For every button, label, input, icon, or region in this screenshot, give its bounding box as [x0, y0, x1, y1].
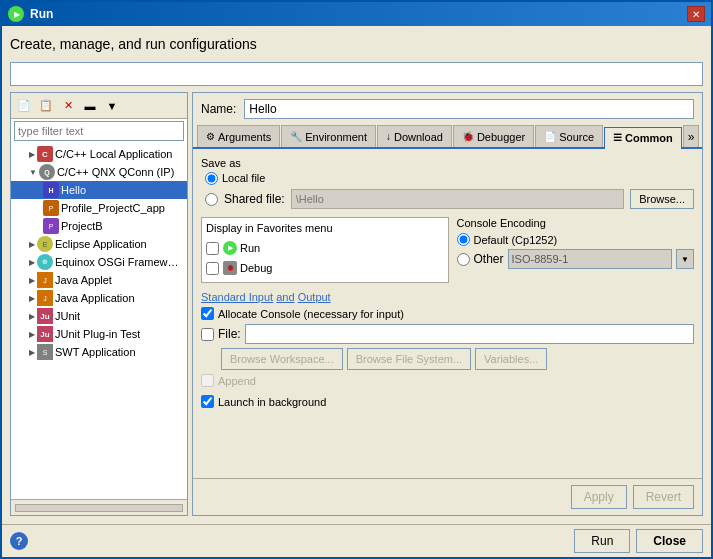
- sidebar-item-label: Java Applet: [55, 274, 112, 286]
- delete-button[interactable]: ✕: [58, 96, 78, 116]
- java-applet-icon: J: [37, 272, 53, 288]
- filter-button[interactable]: ▼: [102, 96, 122, 116]
- sidebar-item-label: JUnit: [55, 310, 80, 322]
- sidebar-item-hello[interactable]: H Hello: [11, 181, 187, 199]
- collapse-button[interactable]: ▬: [80, 96, 100, 116]
- encoding-input[interactable]: [508, 249, 672, 269]
- local-file-radio[interactable]: [205, 172, 218, 185]
- other-enc-label[interactable]: Other: [474, 252, 504, 266]
- tab-arguments[interactable]: ⚙ Arguments: [197, 125, 280, 147]
- file-button-row: Browse Workspace... Browse File System..…: [201, 348, 694, 370]
- append-checkbox[interactable]: [201, 374, 214, 387]
- name-label: Name:: [201, 102, 236, 116]
- shared-browse-button[interactable]: Browse...: [630, 189, 694, 209]
- name-input[interactable]: [244, 99, 694, 119]
- expand-icon: ▶: [29, 312, 35, 321]
- tab-common[interactable]: ☰ Common: [604, 127, 682, 149]
- tab-label: Source: [559, 131, 594, 143]
- std-section: Standard Input and Output Allocate Conso…: [201, 291, 694, 387]
- allocate-console-checkbox[interactable]: [201, 307, 214, 320]
- expand-icon: ▶: [29, 258, 35, 267]
- sidebar-item-java-applet[interactable]: ▶ J Java Applet: [11, 271, 187, 289]
- default-cp-radio[interactable]: [457, 233, 470, 246]
- right-panel: Name: ⚙ Arguments 🔧 Environment ↓: [192, 92, 703, 516]
- expand-icon: ▼: [29, 168, 37, 177]
- run-icon: [8, 6, 24, 22]
- run-icon: ▶: [223, 241, 237, 255]
- sidebar-item-eclipse[interactable]: ▶ E Eclipse Application: [11, 235, 187, 253]
- allocate-console-label[interactable]: Allocate Console (necessary for input): [218, 308, 404, 320]
- variables-button[interactable]: Variables...: [475, 348, 547, 370]
- filter-input[interactable]: [14, 121, 184, 141]
- append-label[interactable]: Append: [218, 375, 256, 387]
- run-button[interactable]: Run: [574, 529, 630, 553]
- hello-icon: H: [43, 182, 59, 198]
- duplicate-button[interactable]: 📋: [36, 96, 56, 116]
- tab-overflow-button[interactable]: »: [683, 125, 700, 147]
- sidebar-item-cpp-local[interactable]: ▶ C C/C++ Local Application: [11, 145, 187, 163]
- window-body: Create, manage, and run configurations 📄…: [2, 26, 711, 524]
- sidebar-item-java-app[interactable]: ▶ J Java Application: [11, 289, 187, 307]
- close-button[interactable]: Close: [636, 529, 703, 553]
- new-button[interactable]: 📄: [14, 96, 34, 116]
- junit-icon: Ju: [37, 308, 53, 324]
- default-cp-row: Default (Cp1252): [457, 233, 695, 246]
- sidebar-item-label: Java Application: [55, 292, 135, 304]
- profile-icon: P: [43, 200, 59, 216]
- eclipse-icon: E: [37, 236, 53, 252]
- default-cp-label[interactable]: Default (Cp1252): [474, 234, 558, 246]
- console-section: Console Encoding Default (Cp1252) Other: [457, 217, 695, 283]
- sidebar-item-equinox[interactable]: ▶ ⊕ Equinox OSGi Framewor…: [11, 253, 187, 271]
- tab-source[interactable]: 📄 Source: [535, 125, 603, 147]
- tab-label: Environment: [305, 131, 367, 143]
- search-bar[interactable]: [10, 62, 703, 86]
- favorites-debug-label[interactable]: 🐞 Debug: [223, 261, 272, 275]
- sidebar-item-label: C/C++ Local Application: [55, 148, 172, 160]
- sidebar-item-label: SWT Application: [55, 346, 136, 358]
- expand-icon: ▶: [29, 294, 35, 303]
- sidebar-item-label: JUnit Plug-in Test: [55, 328, 140, 340]
- browse-filesystem-button[interactable]: Browse File System...: [347, 348, 471, 370]
- favorites-run-label[interactable]: ▶ Run: [223, 241, 260, 255]
- file-label[interactable]: File:: [218, 327, 241, 341]
- tab-debugger[interactable]: 🐞 Debugger: [453, 125, 534, 147]
- horizontal-scrollbar[interactable]: [11, 499, 187, 515]
- launch-bg-checkbox[interactable]: [201, 395, 214, 408]
- window-close-button[interactable]: ✕: [687, 6, 705, 22]
- encoding-dropdown-button[interactable]: ▼: [676, 249, 694, 269]
- common-icon: ☰: [613, 132, 622, 143]
- launch-bg-label[interactable]: Launch in background: [218, 396, 326, 408]
- save-as-section: Save as Local file Shared file: Browse..…: [201, 157, 694, 209]
- tab-download[interactable]: ↓ Download: [377, 125, 452, 147]
- favorites-debug-checkbox[interactable]: [206, 262, 219, 275]
- revert-button[interactable]: Revert: [633, 485, 694, 509]
- favorites-debug-item: 🐞 Debug: [206, 258, 444, 278]
- expand-icon: ▶: [29, 150, 35, 159]
- local-file-label[interactable]: Local file: [222, 172, 265, 184]
- sidebar-item-cpp-qnx[interactable]: ▼ Q C/C++ QNX QConn (IP): [11, 163, 187, 181]
- favorites-run-checkbox[interactable]: [206, 242, 219, 255]
- std-input-link[interactable]: Standard Input: [201, 291, 273, 303]
- std-output-link[interactable]: Output: [298, 291, 331, 303]
- apply-button[interactable]: Apply: [571, 485, 627, 509]
- projectb-icon: P: [43, 218, 59, 234]
- browse-workspace-button[interactable]: Browse Workspace...: [221, 348, 343, 370]
- shared-file-radio[interactable]: [205, 193, 218, 206]
- sidebar-item-swt[interactable]: ▶ S SWT Application: [11, 343, 187, 361]
- env-icon: 🔧: [290, 131, 302, 142]
- title-bar-left: Run: [8, 6, 53, 22]
- sidebar-item-profile[interactable]: P Profile_ProjectC_app: [11, 199, 187, 217]
- file-path-input[interactable]: [245, 324, 694, 344]
- sidebar-item-projectb[interactable]: P ProjectB: [11, 217, 187, 235]
- sidebar-item-junit[interactable]: ▶ Ju JUnit: [11, 307, 187, 325]
- tab-label: Debugger: [477, 131, 525, 143]
- tab-environment[interactable]: 🔧 Environment: [281, 125, 376, 147]
- shared-file-input[interactable]: [291, 189, 624, 209]
- other-enc-radio[interactable]: [457, 253, 470, 266]
- help-button[interactable]: ?: [10, 532, 28, 550]
- sidebar-item-junit-plugin[interactable]: ▶ Ju JUnit Plug-in Test: [11, 325, 187, 343]
- overflow-icon: »: [688, 130, 695, 144]
- tab-label: Download: [394, 131, 443, 143]
- shared-file-label[interactable]: Shared file:: [224, 192, 285, 206]
- file-checkbox[interactable]: [201, 328, 214, 341]
